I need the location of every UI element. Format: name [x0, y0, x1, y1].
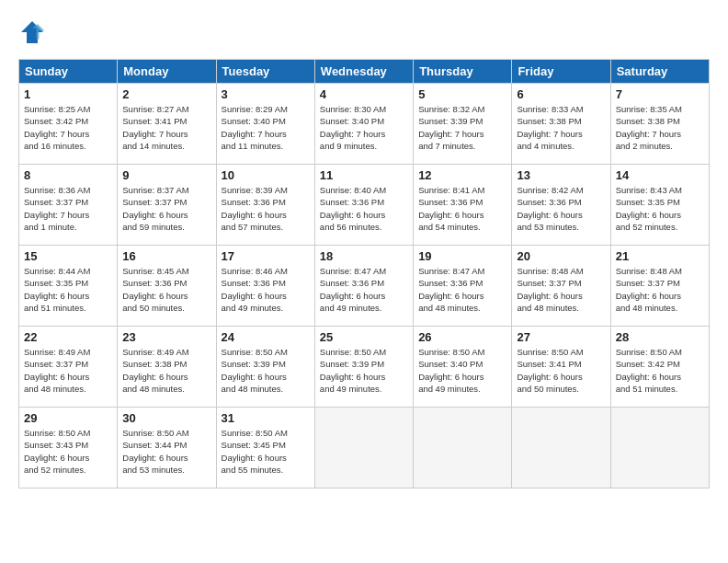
- weekday-header-friday: Friday: [512, 60, 610, 84]
- calendar-cell: 24Sunrise: 8:50 AM Sunset: 3:39 PM Dayli…: [216, 327, 314, 408]
- day-info: Sunrise: 8:25 AM Sunset: 3:42 PM Dayligh…: [24, 103, 112, 152]
- header: [18, 18, 710, 46]
- calendar-cell: 6Sunrise: 8:33 AM Sunset: 3:38 PM Daylig…: [512, 84, 610, 165]
- logo: [18, 18, 51, 46]
- day-number: 3: [222, 87, 310, 101]
- day-number: 16: [122, 249, 210, 263]
- calendar-cell: 16Sunrise: 8:45 AM Sunset: 3:36 PM Dayli…: [118, 246, 216, 327]
- day-number: 23: [122, 330, 210, 344]
- svg-marker-0: [21, 21, 43, 43]
- calendar-cell: [610, 408, 709, 488]
- calendar-cell: 26Sunrise: 8:50 AM Sunset: 3:40 PM Dayli…: [414, 327, 512, 408]
- day-number: 21: [616, 249, 704, 263]
- weekday-header-wednesday: Wednesday: [314, 60, 413, 84]
- calendar-week-5: 29Sunrise: 8:50 AM Sunset: 3:43 PM Dayli…: [19, 408, 710, 488]
- day-info: Sunrise: 8:33 AM Sunset: 3:38 PM Dayligh…: [517, 103, 605, 152]
- day-info: Sunrise: 8:49 AM Sunset: 3:37 PM Dayligh…: [24, 346, 112, 395]
- day-number: 24: [222, 330, 310, 344]
- day-info: Sunrise: 8:50 AM Sunset: 3:44 PM Dayligh…: [122, 427, 210, 476]
- calendar-header: SundayMondayTuesdayWednesdayThursdayFrid…: [19, 60, 710, 84]
- day-info: Sunrise: 8:30 AM Sunset: 3:40 PM Dayligh…: [320, 103, 408, 152]
- day-info: Sunrise: 8:50 AM Sunset: 3:40 PM Dayligh…: [418, 346, 506, 395]
- calendar-cell: 9Sunrise: 8:37 AM Sunset: 3:37 PM Daylig…: [118, 165, 216, 246]
- day-number: 13: [517, 168, 605, 182]
- calendar-cell: 7Sunrise: 8:35 AM Sunset: 3:38 PM Daylig…: [610, 84, 709, 165]
- calendar-week-2: 8Sunrise: 8:36 AM Sunset: 3:37 PM Daylig…: [19, 165, 710, 246]
- day-number: 26: [418, 330, 506, 344]
- calendar-cell: [512, 408, 610, 488]
- calendar-cell: [414, 408, 512, 488]
- day-info: Sunrise: 8:40 AM Sunset: 3:36 PM Dayligh…: [320, 184, 408, 233]
- logo-icon: [18, 18, 46, 46]
- day-number: 15: [24, 249, 112, 263]
- day-info: Sunrise: 8:44 AM Sunset: 3:35 PM Dayligh…: [24, 265, 112, 314]
- day-number: 18: [320, 249, 408, 263]
- day-number: 22: [24, 330, 112, 344]
- day-number: 29: [24, 411, 112, 425]
- weekday-header-saturday: Saturday: [610, 60, 709, 84]
- day-info: Sunrise: 8:49 AM Sunset: 3:38 PM Dayligh…: [122, 346, 210, 395]
- day-number: 19: [418, 249, 506, 263]
- day-number: 11: [320, 168, 408, 182]
- day-number: 31: [222, 411, 310, 425]
- day-number: 1: [24, 87, 112, 101]
- calendar-cell: 25Sunrise: 8:50 AM Sunset: 3:39 PM Dayli…: [314, 327, 413, 408]
- weekday-header-thursday: Thursday: [414, 60, 512, 84]
- day-info: Sunrise: 8:45 AM Sunset: 3:36 PM Dayligh…: [122, 265, 210, 314]
- page: SundayMondayTuesdayWednesdayThursdayFrid…: [0, 0, 728, 563]
- day-info: Sunrise: 8:50 AM Sunset: 3:41 PM Dayligh…: [517, 346, 605, 395]
- calendar-cell: 29Sunrise: 8:50 AM Sunset: 3:43 PM Dayli…: [19, 408, 118, 488]
- day-info: Sunrise: 8:47 AM Sunset: 3:36 PM Dayligh…: [418, 265, 506, 314]
- day-info: Sunrise: 8:50 AM Sunset: 3:39 PM Dayligh…: [320, 346, 408, 395]
- calendar-cell: 27Sunrise: 8:50 AM Sunset: 3:41 PM Dayli…: [512, 327, 610, 408]
- day-info: Sunrise: 8:48 AM Sunset: 3:37 PM Dayligh…: [616, 265, 704, 314]
- calendar-cell: 21Sunrise: 8:48 AM Sunset: 3:37 PM Dayli…: [610, 246, 709, 327]
- day-number: 25: [320, 330, 408, 344]
- day-number: 10: [222, 168, 310, 182]
- calendar-body: 1Sunrise: 8:25 AM Sunset: 3:42 PM Daylig…: [19, 84, 710, 488]
- calendar-cell: 5Sunrise: 8:32 AM Sunset: 3:39 PM Daylig…: [414, 84, 512, 165]
- day-number: 17: [222, 249, 310, 263]
- calendar-cell: 2Sunrise: 8:27 AM Sunset: 3:41 PM Daylig…: [118, 84, 216, 165]
- calendar-cell: 20Sunrise: 8:48 AM Sunset: 3:37 PM Dayli…: [512, 246, 610, 327]
- day-info: Sunrise: 8:50 AM Sunset: 3:42 PM Dayligh…: [616, 346, 704, 395]
- calendar-cell: 17Sunrise: 8:46 AM Sunset: 3:36 PM Dayli…: [216, 246, 314, 327]
- day-number: 30: [122, 411, 210, 425]
- weekday-header-sunday: Sunday: [19, 60, 118, 84]
- day-info: Sunrise: 8:36 AM Sunset: 3:37 PM Dayligh…: [24, 184, 112, 233]
- calendar-cell: [314, 408, 413, 488]
- calendar-cell: 10Sunrise: 8:39 AM Sunset: 3:36 PM Dayli…: [216, 165, 314, 246]
- day-info: Sunrise: 8:50 AM Sunset: 3:45 PM Dayligh…: [222, 427, 310, 476]
- day-number: 12: [418, 168, 506, 182]
- calendar-cell: 15Sunrise: 8:44 AM Sunset: 3:35 PM Dayli…: [19, 246, 118, 327]
- day-info: Sunrise: 8:37 AM Sunset: 3:37 PM Dayligh…: [122, 184, 210, 233]
- day-number: 9: [122, 168, 210, 182]
- calendar-cell: 13Sunrise: 8:42 AM Sunset: 3:36 PM Dayli…: [512, 165, 610, 246]
- day-info: Sunrise: 8:47 AM Sunset: 3:36 PM Dayligh…: [320, 265, 408, 314]
- calendar-cell: 28Sunrise: 8:50 AM Sunset: 3:42 PM Dayli…: [610, 327, 709, 408]
- day-info: Sunrise: 8:50 AM Sunset: 3:39 PM Dayligh…: [222, 346, 310, 395]
- calendar-cell: 4Sunrise: 8:30 AM Sunset: 3:40 PM Daylig…: [314, 84, 413, 165]
- day-info: Sunrise: 8:46 AM Sunset: 3:36 PM Dayligh…: [222, 265, 310, 314]
- day-number: 6: [517, 87, 605, 101]
- calendar-cell: 14Sunrise: 8:43 AM Sunset: 3:35 PM Dayli…: [610, 165, 709, 246]
- weekday-row: SundayMondayTuesdayWednesdayThursdayFrid…: [19, 60, 710, 84]
- calendar-cell: 30Sunrise: 8:50 AM Sunset: 3:44 PM Dayli…: [118, 408, 216, 488]
- calendar-cell: 12Sunrise: 8:41 AM Sunset: 3:36 PM Dayli…: [414, 165, 512, 246]
- day-info: Sunrise: 8:48 AM Sunset: 3:37 PM Dayligh…: [517, 265, 605, 314]
- day-number: 7: [616, 87, 704, 101]
- day-info: Sunrise: 8:42 AM Sunset: 3:36 PM Dayligh…: [517, 184, 605, 233]
- day-number: 5: [418, 87, 506, 101]
- day-info: Sunrise: 8:29 AM Sunset: 3:40 PM Dayligh…: [222, 103, 310, 152]
- calendar-cell: 19Sunrise: 8:47 AM Sunset: 3:36 PM Dayli…: [414, 246, 512, 327]
- day-number: 2: [122, 87, 210, 101]
- day-info: Sunrise: 8:32 AM Sunset: 3:39 PM Dayligh…: [418, 103, 506, 152]
- day-number: 14: [616, 168, 704, 182]
- day-number: 4: [320, 87, 408, 101]
- day-number: 27: [517, 330, 605, 344]
- calendar-cell: 3Sunrise: 8:29 AM Sunset: 3:40 PM Daylig…: [216, 84, 314, 165]
- weekday-header-tuesday: Tuesday: [216, 60, 314, 84]
- calendar-cell: 31Sunrise: 8:50 AM Sunset: 3:45 PM Dayli…: [216, 408, 314, 488]
- calendar-cell: 1Sunrise: 8:25 AM Sunset: 3:42 PM Daylig…: [19, 84, 118, 165]
- day-number: 28: [616, 330, 704, 344]
